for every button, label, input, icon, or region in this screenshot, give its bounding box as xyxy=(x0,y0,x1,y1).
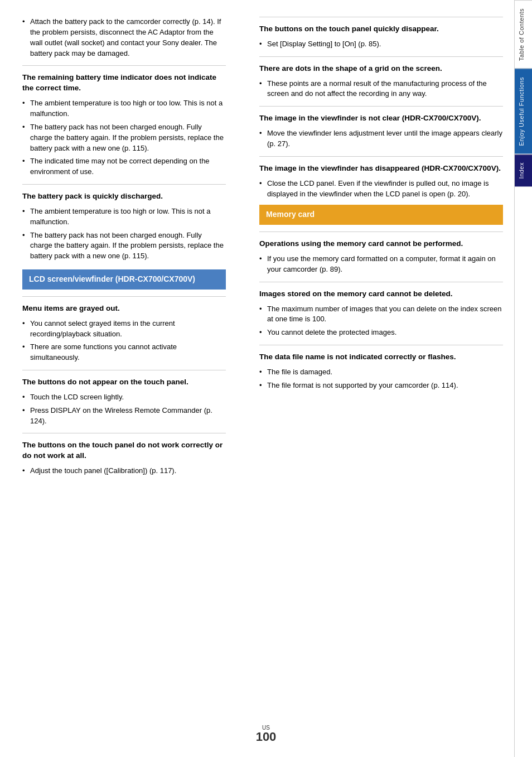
r-section2-header: There are dots in the shape of a grid on… xyxy=(259,64,503,74)
r-section2-bullet-1: These points are a normal result of the … xyxy=(259,79,503,100)
r-section5-header: Operations using the memory card cannot … xyxy=(259,239,503,249)
r-section4-header: The image in the viewfinder has disappea… xyxy=(259,163,503,174)
r-section3-bullets: Move the viewfinder lens adjustment leve… xyxy=(259,128,503,150)
divider-1 xyxy=(22,65,226,66)
intro-bullet-1: Attach the battery pack to the camcorder… xyxy=(22,17,226,59)
r-divider-6 xyxy=(259,345,503,345)
r-divider-0 xyxy=(259,17,503,17)
page-wrapper: Attach the battery pack to the camcorder… xyxy=(0,0,532,757)
left-column: Attach the battery pack to the camcorder… xyxy=(22,17,234,724)
divider-2 xyxy=(22,184,226,185)
right-column: The buttons on the touch panel quickly d… xyxy=(251,17,503,724)
section1-bullets: The ambient temperature is too high or t… xyxy=(22,98,226,177)
r-divider-1 xyxy=(259,56,503,57)
r-section7-header: The data file name is not indicated corr… xyxy=(259,352,503,363)
r-section7-bullet-1: The file is damaged. xyxy=(259,367,503,378)
r-section4-bullets: Close the LCD panel. Even if the viewfin… xyxy=(259,179,503,200)
r-section2-bullets: These points are a normal result of the … xyxy=(259,79,503,100)
r-divider-4 xyxy=(259,232,503,232)
section1-bullet-1: The ambient temperature is too high or t… xyxy=(22,98,226,119)
sidebar-tab-toc[interactable]: Table of Contents xyxy=(515,0,532,69)
r-divider-3 xyxy=(259,156,503,157)
section3-header: Menu items are grayed out. xyxy=(22,303,226,314)
section1-header: The remaining battery time indicator doe… xyxy=(22,73,226,94)
r-section7-bullet-2: The file format is not supported by your… xyxy=(259,380,503,391)
section2-bullet-2: The battery pack has not been charged en… xyxy=(22,230,226,262)
section3-bullets: You cannot select grayed items in the cu… xyxy=(22,319,226,363)
r-section1-header: The buttons on the touch panel quickly d… xyxy=(259,24,503,35)
r-section1-bullets: Set [Display Setting] to [On] (p. 85). xyxy=(259,39,503,50)
section1-bullet-2: The battery pack has not been charged en… xyxy=(22,122,226,154)
sidebar-tab-enjoy[interactable]: Enjoy Useful Functions xyxy=(515,69,532,154)
section2-header: The battery pack is quickly discharged. xyxy=(22,191,226,202)
r-divider-2 xyxy=(259,106,503,107)
divider-5 xyxy=(22,433,226,433)
section5-bullets: Adjust the touch panel ([Calibration]) (… xyxy=(22,466,226,476)
section4-bullet-1: Touch the LCD screen lightly. xyxy=(22,392,226,403)
r-section4-bullet-1: Close the LCD panel. Even if the viewfin… xyxy=(259,179,503,200)
r-divider-5 xyxy=(259,282,503,282)
memory-card-box-header: Memory card xyxy=(259,205,503,225)
intro-bullet-list: Attach the battery pack to the camcorder… xyxy=(22,17,226,59)
section5-bullet-1: Adjust the touch panel ([Calibration]) (… xyxy=(22,466,226,476)
section1-bullet-3: The indicated time may not be correct de… xyxy=(22,156,226,177)
section4-bullet-2: Press DISPLAY on the Wireless Remote Com… xyxy=(22,406,226,427)
page-number: 100 xyxy=(0,731,532,743)
section5-header: The buttons on the touch panel do not wo… xyxy=(22,440,226,461)
r-section6-bullet-2: You cannot delete the protected images. xyxy=(259,327,503,338)
section3-bullet-1: You cannot select grayed items in the cu… xyxy=(22,319,226,340)
r-section3-bullet-1: Move the viewfinder lens adjustment leve… xyxy=(259,128,503,150)
r-section6-header: Images stored on the memory card cannot … xyxy=(259,289,503,300)
divider-3 xyxy=(22,296,226,297)
page-footer: US 100 xyxy=(0,725,532,743)
sidebar-tabs: Table of Contents Enjoy Useful Functions… xyxy=(514,0,532,757)
section2-bullet-1: The ambient temperature is too high or l… xyxy=(22,206,226,228)
r-section5-bullet-1: If you use the memory card formatted on … xyxy=(259,254,503,275)
sidebar-tab-index[interactable]: Index xyxy=(515,154,532,186)
r-section6-bullets: The maximum number of images that you ca… xyxy=(259,304,503,339)
r-section3-header: The image in the viewfinder is not clear… xyxy=(259,113,503,124)
section4-bullets: Touch the LCD screen lightly. Press DISP… xyxy=(22,392,226,427)
lcd-box-header: LCD screen/viewfinder (HDR-CX700/CX700V) xyxy=(22,269,226,290)
section3-bullet-2: There are some functions you cannot acti… xyxy=(22,342,226,363)
r-section1-bullet-1: Set [Display Setting] to [On] (p. 85). xyxy=(259,39,503,50)
divider-4 xyxy=(22,370,226,370)
r-section7-bullets: The file is damaged. The file format is … xyxy=(259,367,503,391)
main-content: Attach the battery pack to the camcorder… xyxy=(0,0,514,757)
r-section6-bullet-1: The maximum number of images that you ca… xyxy=(259,304,503,325)
section2-bullets: The ambient temperature is too high or l… xyxy=(22,206,226,262)
section4-header: The buttons do not appear on the touch p… xyxy=(22,377,226,388)
r-section5-bullets: If you use the memory card formatted on … xyxy=(259,254,503,275)
